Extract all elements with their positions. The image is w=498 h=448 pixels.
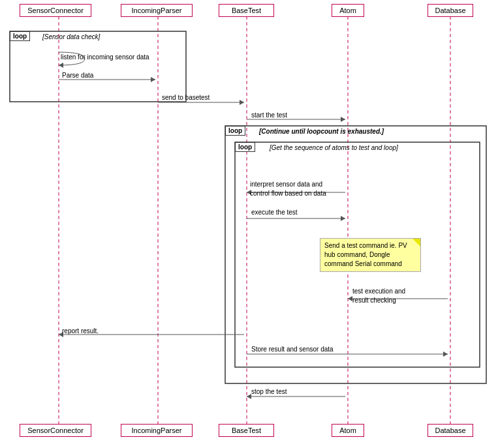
lifeline-label-db-top: Database bbox=[435, 7, 465, 14]
svg-marker-8 bbox=[59, 63, 63, 68]
loop1-condition: [Sensor data check] bbox=[42, 33, 100, 40]
msg-interpret: interpret sensor data and control flow b… bbox=[250, 180, 326, 198]
msg-execute: execute the test bbox=[251, 209, 298, 216]
lifeline-label-sc-top: SensorConnector bbox=[27, 7, 84, 14]
msg-parse: Parse data bbox=[62, 72, 93, 79]
msg-stop: stop the test bbox=[251, 388, 287, 395]
lifeline-label-at-top: Atom bbox=[339, 7, 356, 14]
msg-listen: listen for incoming sensor data bbox=[61, 53, 149, 61]
lifeline-label-at-bot: Atom bbox=[339, 426, 356, 434]
lifeline-box-at-bot: Atom bbox=[332, 424, 364, 437]
lifeline-box-bt-bot: BaseTest bbox=[219, 424, 274, 437]
note-text: Send a test command ie. PV hub command, … bbox=[324, 242, 407, 267]
msg-report: report result. bbox=[62, 327, 99, 335]
lifeline-box-db-top: Database bbox=[428, 4, 473, 17]
svg-marker-12 bbox=[240, 100, 244, 105]
loop2-label: loop bbox=[225, 126, 245, 136]
lifeline-box-ip-bot: IncomingParser bbox=[121, 424, 193, 437]
svg-marker-20 bbox=[348, 296, 352, 301]
lifeline-box-bt-top: BaseTest bbox=[219, 4, 274, 17]
lifeline-label-bt-top: BaseTest bbox=[232, 7, 261, 14]
svg-marker-14 bbox=[341, 117, 345, 122]
loop3-label: loop bbox=[235, 142, 255, 152]
diagram-container: SensorConnector IncomingParser BaseTest … bbox=[0, 0, 498, 448]
msg-store: Store result and sensor data bbox=[251, 346, 334, 353]
msg-send-basetest: send to basetest bbox=[162, 94, 210, 101]
loop1-label: loop bbox=[10, 31, 30, 41]
svg-marker-24 bbox=[443, 351, 448, 357]
svg-rect-5 bbox=[10, 31, 186, 102]
svg-marker-18 bbox=[341, 216, 345, 221]
loop2-condition: [Continue until loopcount is exhausted.] bbox=[259, 128, 384, 135]
lifeline-label-ip-bot: IncomingParser bbox=[131, 426, 181, 434]
lifeline-label-bt-bot: BaseTest bbox=[232, 426, 261, 434]
svg-marker-10 bbox=[151, 77, 155, 82]
lifeline-box-sc-top: SensorConnector bbox=[20, 4, 91, 17]
note-box: Send a test command ie. PV hub command, … bbox=[320, 238, 421, 272]
lifeline-box-at-top: Atom bbox=[332, 4, 364, 17]
lifeline-box-ip-top: IncomingParser bbox=[121, 4, 193, 17]
note-corner bbox=[412, 239, 420, 246]
lifeline-label-db-bot: Database bbox=[435, 426, 465, 434]
diagram-svg bbox=[0, 0, 498, 448]
lifeline-box-db-bot: Database bbox=[428, 424, 473, 437]
lifeline-label-ip-top: IncomingParser bbox=[131, 7, 181, 14]
loop3-condition: [Get the sequence of atoms to test and l… bbox=[270, 144, 398, 151]
svg-marker-26 bbox=[247, 394, 251, 399]
msg-start-test: start the test bbox=[251, 112, 287, 119]
msg-test-exec: test execution and result checking bbox=[352, 287, 405, 305]
lifeline-label-sc-bot: SensorConnector bbox=[27, 426, 84, 434]
lifeline-box-sc-bot: SensorConnector bbox=[20, 424, 91, 437]
